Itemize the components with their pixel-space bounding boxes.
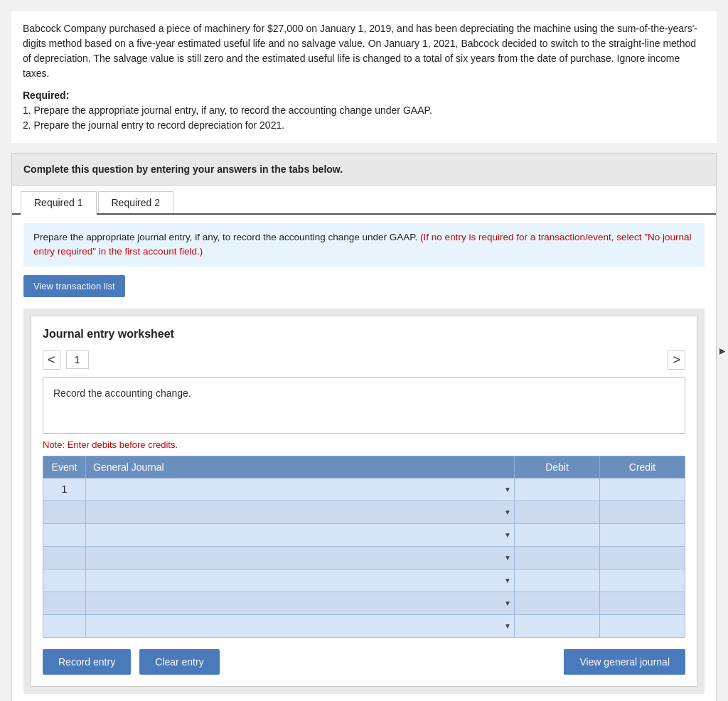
- credit-arrow-6: ▶: [719, 347, 725, 355]
- credit-cell-6[interactable]: ▶: [600, 592, 685, 614]
- event-cell-5: [43, 569, 86, 592]
- worksheet-box: Journal entry worksheet < 1 > Record the…: [31, 316, 697, 687]
- event-cell-2: [43, 501, 86, 523]
- credit-cell-1[interactable]: ▶: [600, 478, 685, 501]
- col-header-credit: Credit: [600, 456, 685, 478]
- tab-description-main: Prepare the appropriate journal entry, i…: [33, 232, 417, 242]
- nav-next-button[interactable]: >: [668, 350, 685, 370]
- debit-input-7[interactable]: [515, 615, 599, 637]
- credit-cell-2[interactable]: ▶: [600, 501, 685, 523]
- credit-input-3[interactable]: [600, 524, 685, 546]
- problem-text-container: Babcock Company purchased a piece of mac…: [11, 11, 717, 143]
- credit-input-7[interactable]: [600, 615, 685, 637]
- debit-cell-5[interactable]: ▶: [515, 569, 600, 592]
- general-journal-cell-3[interactable]: ▼: [86, 523, 515, 546]
- event-cell-3: [43, 523, 86, 546]
- general-journal-input-1[interactable]: [86, 478, 514, 501]
- debit-arrow-1: ▶: [719, 347, 725, 355]
- required-item-1: 1. Prepare the appropriate journal entry…: [23, 105, 432, 116]
- debit-arrow-5: ▶: [719, 347, 725, 355]
- credit-input-5[interactable]: [600, 569, 685, 592]
- general-journal-input-2[interactable]: [86, 501, 514, 523]
- clear-entry-button[interactable]: Clear entry: [139, 649, 219, 675]
- debit-arrow-3: ▶: [719, 347, 725, 355]
- credit-arrow-5: ▶: [719, 347, 725, 355]
- tab-description: Prepare the appropriate journal entry, i…: [23, 223, 705, 267]
- general-journal-cell-4[interactable]: ▼: [86, 546, 515, 569]
- credit-cell-4[interactable]: ▶: [600, 546, 685, 569]
- credit-arrow-4: ▶: [719, 347, 725, 355]
- credit-input-1[interactable]: [600, 478, 685, 501]
- table-row: ▼ ▶ ▶: [43, 523, 685, 546]
- tabs-row: Required 1 Required 2: [12, 186, 716, 215]
- worksheet-outer-wrapper: Journal entry worksheet < 1 > Record the…: [23, 309, 705, 694]
- general-journal-input-7[interactable]: [86, 615, 514, 637]
- general-journal-cell-5[interactable]: ▼: [86, 569, 515, 592]
- nav-prev-button[interactable]: <: [43, 350, 60, 370]
- general-journal-input-3[interactable]: [86, 524, 514, 546]
- credit-cell-3[interactable]: ▶: [600, 523, 685, 546]
- debit-input-1[interactable]: [515, 478, 599, 501]
- worksheet-title: Journal entry worksheet: [43, 328, 685, 341]
- table-row: ▼ ▶ ▶: [43, 501, 685, 523]
- view-general-journal-button[interactable]: View general journal: [564, 649, 685, 675]
- event-cell-1: 1: [43, 478, 86, 501]
- debit-input-4[interactable]: [515, 547, 599, 569]
- instructions-text: Complete this question by entering your …: [23, 164, 343, 175]
- tabs-container: Required 1 Required 2 Prepare the approp…: [11, 186, 717, 701]
- tab-required-1[interactable]: Required 1: [21, 191, 97, 215]
- debit-cell-3[interactable]: ▶: [515, 523, 600, 546]
- general-journal-input-4[interactable]: [86, 547, 514, 569]
- problem-paragraph: Babcock Company purchased a piece of mac…: [23, 21, 705, 81]
- debit-cell-4[interactable]: ▶: [515, 546, 600, 569]
- credit-cell-5[interactable]: ▶: [600, 569, 685, 592]
- debit-arrow-7: ▶: [719, 347, 725, 355]
- required-heading: Required:: [23, 90, 69, 101]
- general-journal-input-6[interactable]: [86, 592, 514, 614]
- general-journal-cell-7[interactable]: ▼: [86, 614, 515, 637]
- view-transaction-list-button[interactable]: View transaction list: [23, 275, 125, 297]
- tab-content: Prepare the appropriate journal entry, i…: [12, 215, 716, 701]
- table-row: ▼ ▶ ▶: [43, 546, 685, 569]
- debit-arrow-6: ▶: [719, 347, 725, 355]
- debit-cell-1[interactable]: ▶: [515, 478, 600, 501]
- credit-input-2[interactable]: [600, 501, 685, 523]
- debit-cell-6[interactable]: ▶: [515, 592, 600, 614]
- current-page-number: 1: [66, 350, 89, 369]
- nav-row: < 1 >: [43, 350, 685, 370]
- record-entry-button[interactable]: Record entry: [43, 649, 131, 675]
- credit-arrow-2: ▶: [719, 347, 725, 355]
- debit-cell-7[interactable]: ▶: [515, 614, 600, 637]
- credit-arrow-3: ▶: [719, 347, 725, 355]
- table-row: ▼ ▶ ▶: [43, 592, 685, 614]
- general-journal-input-5[interactable]: [86, 569, 514, 592]
- instructions-box: Complete this question by entering your …: [11, 153, 717, 186]
- credit-arrow-7: ▶: [719, 347, 725, 355]
- journal-table: Event General Journal Debit Credit: [43, 456, 685, 638]
- record-description-text: Record the accounting change.: [53, 387, 191, 399]
- col-header-event: Event: [43, 456, 86, 478]
- debit-arrow-4: ▶: [719, 347, 725, 355]
- credit-input-4[interactable]: [600, 547, 685, 569]
- note-text: Note: Enter debits before credits.: [43, 439, 685, 450]
- general-journal-cell-6[interactable]: ▼: [86, 592, 515, 614]
- record-description-box: Record the accounting change.: [43, 377, 685, 434]
- required-section: Required: 1. Prepare the appropriate jou…: [23, 88, 705, 133]
- credit-cell-7[interactable]: ▶: [600, 614, 685, 637]
- debit-cell-2[interactable]: ▶: [515, 501, 600, 523]
- debit-input-6[interactable]: [515, 592, 599, 614]
- event-cell-4: [43, 546, 86, 569]
- credit-arrow-1: ▶: [719, 347, 725, 355]
- credit-input-6[interactable]: [600, 592, 685, 614]
- event-cell-7: [43, 614, 86, 637]
- table-row: ▼ ▶ ▶: [43, 569, 685, 592]
- general-journal-cell-1[interactable]: ▼: [86, 478, 515, 501]
- debit-input-5[interactable]: [515, 569, 599, 592]
- col-header-debit: Debit: [515, 456, 600, 478]
- tab-required-2[interactable]: Required 2: [98, 191, 174, 213]
- table-row: ▼ ▶ ▶: [43, 614, 685, 637]
- debit-input-3[interactable]: [515, 524, 599, 546]
- required-item-2: 2. Prepare the journal entry to record d…: [23, 119, 284, 131]
- general-journal-cell-2[interactable]: ▼: [86, 501, 515, 523]
- debit-input-2[interactable]: [515, 501, 599, 523]
